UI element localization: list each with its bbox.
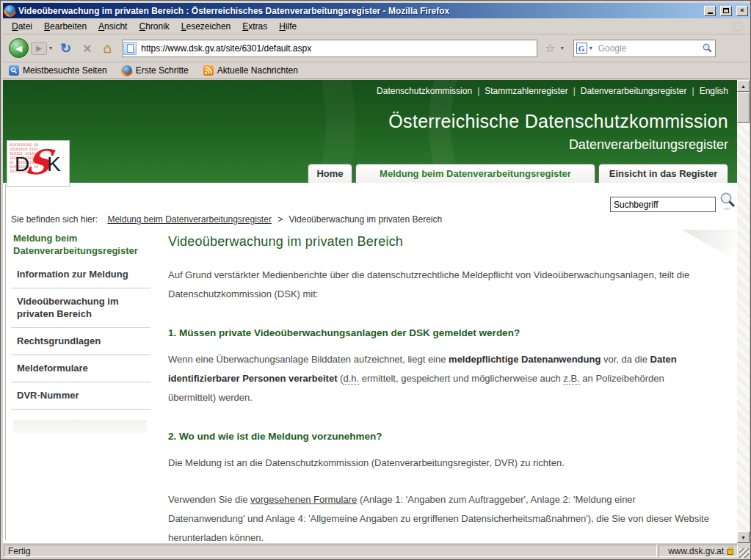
- sidebar-list: Information zur Meldung Videoüberwachung…: [11, 261, 150, 410]
- window-titlebar[interactable]: Videoüberwachung im privaten Bereich : Ö…: [3, 3, 750, 18]
- home-button[interactable]: ⌂: [98, 41, 117, 55]
- sidebar-item-rechtsgrundlagen[interactable]: Rechtsgrundlagen: [11, 328, 150, 355]
- navigation-toolbar: ◀ ▶ ▾ ↻ × ⌂ https://www.dsk.gv.at/site/6…: [3, 34, 750, 62]
- page-title: Videoüberwachung im privaten Bereich: [168, 234, 709, 250]
- sidebar-item-dvr-nummer[interactable]: DVR-Nummer: [11, 382, 150, 410]
- bookmark-dropdown-icon[interactable]: ▾: [559, 45, 566, 51]
- web-search-placeholder[interactable]: Google: [595, 43, 702, 54]
- refresh-button[interactable]: ↻: [54, 42, 77, 55]
- site-search-button[interactable]: [718, 192, 737, 212]
- web-search-box[interactable]: G ▾ Google: [573, 40, 716, 57]
- link-separator: |: [472, 86, 485, 96]
- site-subtitle: Datenverarbeitungsregister: [569, 137, 728, 153]
- minimize-button[interactable]: [704, 6, 716, 16]
- rss-feed-icon: [203, 65, 214, 76]
- resize-grip[interactable]: [739, 548, 749, 558]
- scroll-up-icon[interactable]: ▲: [737, 80, 750, 92]
- question-1-heading: 1. Müssen private Videoüberwachungsanlag…: [168, 327, 709, 338]
- question-2-paragraph-2: Verwenden Sie die vorgesehenen Formulare…: [168, 490, 709, 543]
- maximize-icon: [723, 8, 729, 13]
- breadcrumb-current: Videoüberwachung im privaten Bereich: [289, 214, 443, 225]
- menu-datei[interactable]: Datei: [6, 19, 38, 34]
- link-datenverarbeitungsregister[interactable]: Datenverarbeitungsregister: [581, 86, 687, 96]
- status-bar: Fertig www.dsk.gv.at: [3, 543, 750, 559]
- menu-chronik[interactable]: Chronik: [133, 19, 175, 34]
- scrollbar-thumb[interactable]: [737, 92, 750, 123]
- breadcrumb-separator: >: [274, 214, 286, 225]
- security-domain-panel: www.dsk.gv.at: [659, 545, 738, 557]
- q1-text: Wenn eine Überwachungsanlage Bilddaten a…: [168, 354, 449, 365]
- search-icon: [719, 192, 736, 211]
- breadcrumb: Sie befinden sich hier: Meldung beim Dat…: [11, 214, 442, 225]
- question-2-heading: 2. Wo und wie ist die Meldung vorzunehme…: [168, 431, 709, 442]
- history-dropdown-icon[interactable]: ▾: [47, 45, 54, 51]
- q1-text: ermittelt, gespeichert und möglicherweis…: [359, 373, 563, 384]
- tab-home[interactable]: Home: [308, 164, 352, 183]
- menu-lesezeichen[interactable]: Lesezeichen: [175, 19, 236, 34]
- google-engine-icon[interactable]: G: [576, 43, 587, 54]
- minimize-icon: [708, 12, 713, 14]
- back-button[interactable]: ◀: [9, 38, 29, 58]
- logo-letter-k: K: [47, 153, 61, 176]
- site-title: Österreichische Datenschutzkommission: [388, 111, 728, 132]
- q1-bold: meldepflichtige Datenanwendung: [449, 354, 601, 365]
- firefox-icon: [122, 65, 132, 76]
- stop-button[interactable]: ×: [77, 41, 98, 56]
- formulare-link[interactable]: vorgesehenen Formulare: [250, 494, 357, 505]
- tab-meldung-datenverarbeitungsregister[interactable]: Meldung beim Datenverarbeitungsregister: [355, 164, 595, 183]
- link-datenschutzkommission[interactable]: Datenschutzkommission: [377, 86, 472, 96]
- activity-throbber-icon: [732, 21, 744, 32]
- link-separator: |: [568, 86, 581, 96]
- question-1-paragraph: Wenn eine Überwachungsanlage Bilddaten a…: [168, 350, 709, 407]
- lock-icon: [727, 549, 733, 555]
- security-domain: www.dsk.gv.at: [668, 546, 724, 556]
- dsk-logo[interactable]: 0101010101 1010101010 0101010101 1010101…: [7, 140, 70, 187]
- sidebar-header: Meldung beim Datenverarbeitungsregister: [11, 232, 150, 257]
- page-favicon: [123, 42, 137, 55]
- status-message: Fertig: [4, 545, 657, 557]
- engine-dropdown-icon[interactable]: ▾: [587, 45, 595, 51]
- bookmark-label: Meistbesuchte Seiten: [23, 65, 107, 76]
- header-top-links: Datenschutzkommission|Stammzahlenregiste…: [377, 86, 728, 96]
- sidebar-item-information[interactable]: Information zur Meldung: [11, 261, 150, 288]
- link-separator: |: [687, 86, 700, 96]
- url-bar[interactable]: https://www.dsk.gv.at/site/6301/default.…: [122, 40, 537, 57]
- content-left-rule: [5, 184, 6, 540]
- scroll-down-icon[interactable]: ▼: [737, 531, 750, 543]
- document-icon: [127, 44, 134, 53]
- search-icon[interactable]: [702, 43, 713, 54]
- sidebar-item-meldeformulare[interactable]: Meldeformulare: [11, 355, 150, 382]
- browser-window: Videoüberwachung im privaten Bereich : Ö…: [0, 0, 751, 560]
- main-content: Videoüberwachung im privaten Bereich Auf…: [168, 234, 709, 543]
- sidebar-item-videoueberwachung[interactable]: Videoüberwachung im privaten Bereich: [11, 288, 150, 328]
- page-scrollbar[interactable]: ▲ ▼: [737, 80, 750, 543]
- breadcrumb-link[interactable]: Meldung beim Datenverarbeitungsregister: [107, 214, 271, 225]
- link-english[interactable]: English: [700, 86, 728, 96]
- question-2-paragraph-1: Die Meldung ist an die Datenschutzkommis…: [168, 454, 709, 473]
- close-button[interactable]: ×: [736, 6, 748, 16]
- maximize-button[interactable]: [720, 6, 732, 16]
- menu-extras[interactable]: Extras: [236, 19, 273, 34]
- q2-text: Verwenden Sie die: [168, 494, 250, 505]
- url-text[interactable]: https://www.dsk.gv.at/site/6301/default.…: [137, 43, 311, 54]
- menu-ansicht[interactable]: Ansicht: [92, 19, 133, 34]
- sidebar-decorative-band: [13, 420, 147, 433]
- bookmark-meistbesuchte[interactable]: Meistbesuchte Seiten: [9, 65, 107, 76]
- forward-button[interactable]: ▶: [31, 42, 47, 55]
- menu-bearbeiten[interactable]: Bearbeiten: [38, 19, 92, 34]
- bookmark-aktuelle-nachrichten[interactable]: Aktuelle Nachrichten: [203, 65, 298, 76]
- breadcrumb-spacer: [100, 214, 107, 225]
- bookmark-erste-schritte[interactable]: Erste Schritte: [122, 65, 189, 76]
- breadcrumb-prefix: Sie befinden sich hier:: [11, 214, 98, 225]
- link-stammzahlenregister[interactable]: Stammzahlenregister: [485, 86, 567, 96]
- bookmark-label: Erste Schritte: [136, 65, 189, 76]
- menu-hilfe[interactable]: Hilfe: [273, 19, 302, 34]
- site-search-input[interactable]: [610, 197, 716, 212]
- bookmark-star-icon[interactable]: ☆: [537, 41, 558, 55]
- tab-einsicht-register[interactable]: Einsicht in das Register: [598, 164, 728, 183]
- menu-bar: Datei Bearbeiten Ansicht Chronik Lesezei…: [3, 18, 750, 34]
- abbreviation: z.B.: [563, 373, 579, 385]
- sidebar-navigation: Meldung beim Datenverarbeitungsregister …: [11, 232, 150, 433]
- intro-paragraph: Auf Grund verstärkter Medienberichte übe…: [168, 266, 709, 304]
- abbreviation: d.h.: [343, 373, 359, 385]
